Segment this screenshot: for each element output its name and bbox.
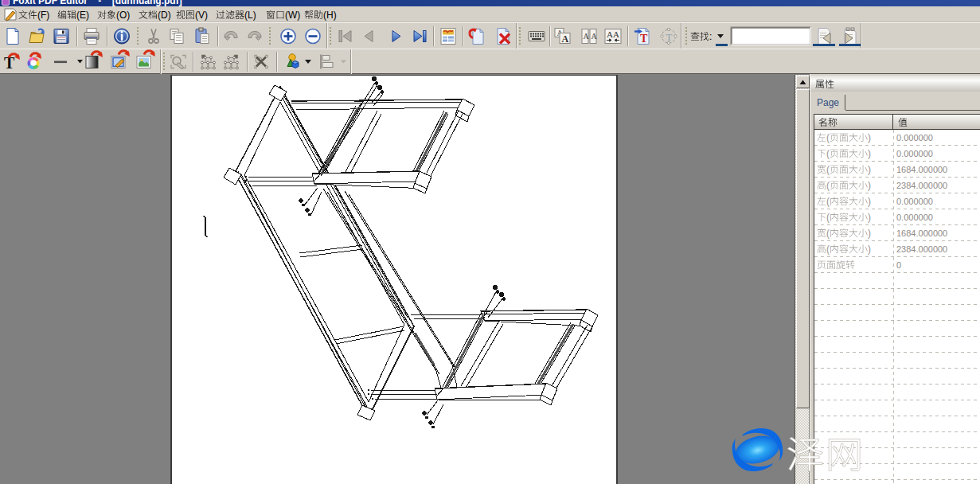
svg-text:1684.000000: 1684.000000 (896, 228, 947, 238)
svg-text:(L): (L) (244, 10, 256, 21)
svg-text:): ) (868, 148, 871, 159)
svg-text:A: A (584, 32, 590, 41)
svg-text:1684.000000: 1684.000000 (896, 165, 947, 174)
svg-text:): ) (868, 132, 871, 143)
svg-text::: : (709, 31, 712, 42)
svg-text:0.000000: 0.000000 (896, 197, 933, 206)
svg-text:(: ( (826, 244, 830, 255)
svg-text:): ) (868, 212, 871, 223)
svg-text:(: ( (826, 132, 830, 143)
svg-text:(: ( (826, 212, 830, 223)
svg-text:(: ( (826, 196, 830, 207)
svg-text:(V): (V) (195, 10, 208, 21)
svg-text:(E): (E) (76, 10, 89, 21)
svg-text:(: ( (826, 228, 830, 239)
svg-text:): ) (868, 244, 871, 255)
svg-text:Page: Page (817, 97, 839, 108)
svg-text:): ) (868, 228, 871, 239)
svg-text:A: A (592, 32, 598, 41)
svg-text:(D): (D) (158, 10, 171, 21)
svg-text:): ) (868, 196, 871, 207)
svg-text:0.000000: 0.000000 (896, 133, 933, 142)
svg-text:(H): (H) (323, 10, 337, 21)
svg-text:AA: AA (607, 29, 619, 39)
svg-text:2384.000000: 2384.000000 (896, 244, 947, 254)
svg-text:): ) (868, 164, 871, 175)
svg-text:(: ( (826, 164, 830, 175)
svg-text:2384.000000: 2384.000000 (896, 181, 947, 190)
svg-text:0.000000: 0.000000 (896, 213, 933, 222)
svg-text:): ) (868, 180, 871, 191)
svg-text:(O): (O) (116, 10, 130, 21)
svg-text:T: T (640, 33, 648, 45)
svg-text:(W): (W) (285, 10, 300, 21)
svg-text:0.000000: 0.000000 (896, 149, 933, 158)
svg-text:(: ( (826, 148, 830, 159)
svg-text:(F): (F) (37, 10, 49, 21)
svg-text:0: 0 (896, 260, 901, 270)
svg-text:A: A (562, 33, 569, 45)
svg-text:T: T (666, 31, 673, 43)
svg-text:(: ( (826, 180, 830, 191)
